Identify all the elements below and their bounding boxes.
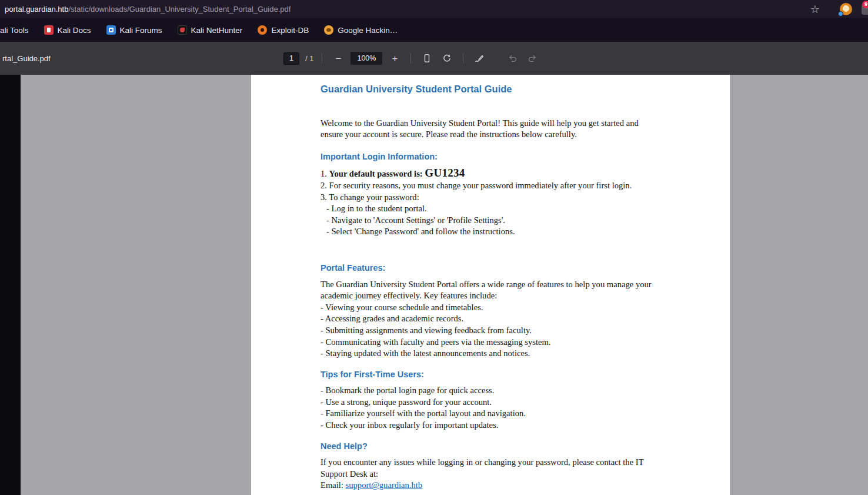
bookmark-label: Google Hackin… bbox=[338, 26, 398, 35]
redo-button[interactable] bbox=[525, 51, 540, 66]
url-path: /static/downloads/Guardian_University_St… bbox=[68, 5, 291, 14]
bookmark-kali-tools[interactable]: ali Tools bbox=[0, 18, 36, 42]
undo-icon bbox=[508, 54, 518, 63]
pdf-filename: rtal_Guide.pdf bbox=[2, 54, 51, 63]
exploit-db-icon bbox=[258, 25, 267, 35]
item-number: 1. bbox=[321, 169, 327, 178]
browser-extension-icon[interactable] bbox=[840, 3, 852, 15]
fit-page-icon bbox=[422, 54, 432, 63]
features-intro: The Guardian University Student Portal o… bbox=[321, 279, 660, 302]
pen-draw-icon bbox=[475, 54, 484, 63]
help-heading: Need Help? bbox=[321, 441, 660, 453]
zoom-level-select[interactable]: 100% bbox=[350, 52, 382, 65]
zoom-out-button[interactable]: − bbox=[330, 51, 346, 66]
bookmark-label: Kali Docs bbox=[58, 26, 91, 35]
bookmark-kali-forums[interactable]: Kali Forums bbox=[99, 18, 170, 42]
support-email-link[interactable]: support@guardian.htb bbox=[346, 480, 423, 490]
features-heading: Portal Features: bbox=[321, 263, 660, 274]
email-label: Email: bbox=[321, 480, 346, 490]
pdf-viewer-toolbar: rtal_Guide.pdf / 1 − 100% + bbox=[0, 42, 868, 75]
pdf-controls: / 1 − 100% + bbox=[283, 51, 540, 66]
feature-item: - Accessing grades and academic records. bbox=[321, 313, 660, 325]
page-count-label: / 1 bbox=[305, 54, 313, 63]
fit-to-page-button[interactable] bbox=[419, 51, 435, 66]
pdf-sidebar-partial bbox=[0, 75, 21, 495]
tip-item: - Bookmark the portal login page for qui… bbox=[321, 385, 660, 397]
rotate-button[interactable] bbox=[439, 51, 455, 66]
tips-heading: Tips for First-Time Users: bbox=[321, 369, 660, 381]
notification-extension-icon[interactable]: 9 bbox=[862, 4, 868, 15]
feature-item: - Submitting assignments and viewing fee… bbox=[321, 325, 660, 337]
login-item-3: 3. To change your password: bbox=[321, 192, 660, 204]
login-item-1: 1. Your default password is: GU1234 bbox=[321, 167, 660, 180]
redo-icon bbox=[528, 54, 538, 63]
login-sub-item: - Select 'Change Password' and follow th… bbox=[321, 226, 660, 238]
login-sub-item: - Navigate to 'Account Settings' or 'Pro… bbox=[321, 215, 660, 227]
tip-item: - Check your inbox regularly for importa… bbox=[321, 420, 660, 431]
tip-item: - Familiarize yourself with the portal l… bbox=[321, 408, 660, 420]
default-password-label: Your default password is: bbox=[329, 169, 423, 178]
google-hacking-db-icon bbox=[324, 25, 333, 35]
login-info-heading: Important Login Information: bbox=[321, 151, 660, 163]
bookmark-star-icon[interactable]: ☆ bbox=[810, 4, 820, 15]
toolbar-divider bbox=[463, 53, 463, 64]
url-host: portal.guardian.htb bbox=[5, 5, 68, 14]
url-bar[interactable]: portal.guardian.htb/static/downloads/Gua… bbox=[0, 0, 868, 18]
bookmark-label: Kali Forums bbox=[120, 26, 162, 35]
pdf-viewer-content: Guardian University Student Portal Guide… bbox=[0, 75, 868, 495]
extension-badge: 9 bbox=[862, 1, 868, 8]
kali-forums-icon bbox=[106, 25, 116, 35]
bookmark-kali-nethunter[interactable]: Kali NetHunter bbox=[170, 18, 251, 42]
toolbar-divider bbox=[410, 53, 411, 64]
bookmark-kali-docs[interactable]: Kali Docs bbox=[36, 18, 99, 42]
default-password-value: GU1234 bbox=[425, 167, 465, 179]
address-text[interactable]: portal.guardian.htb/static/downloads/Gua… bbox=[5, 5, 291, 14]
help-email-line: Email: support@guardian.htb bbox=[321, 480, 660, 491]
bookmark-google-hacking[interactable]: Google Hackin… bbox=[316, 18, 405, 42]
zoom-in-button[interactable]: + bbox=[387, 51, 402, 66]
login-item-2: 2. For security reasons, you must change… bbox=[321, 180, 660, 192]
help-text: If you encounter any issues while loggin… bbox=[321, 457, 660, 480]
rotate-icon bbox=[442, 54, 452, 63]
undo-button[interactable] bbox=[505, 51, 520, 66]
intro-paragraph: Welcome to the Guardian University Stude… bbox=[321, 118, 660, 141]
feature-item: - Viewing your course schedule and timet… bbox=[321, 302, 660, 314]
urlbar-actions: ☆ 9 bbox=[810, 0, 868, 18]
kali-docs-icon bbox=[44, 25, 54, 35]
toolbar-divider bbox=[322, 53, 322, 64]
pdf-page: Guardian University Student Portal Guide… bbox=[251, 75, 730, 495]
page-number-input[interactable] bbox=[283, 52, 299, 65]
bookmark-label: Exploit-DB bbox=[271, 26, 309, 35]
tip-item: - Use a strong, unique password for your… bbox=[321, 397, 660, 408]
bookmarks-toolbar: ali Tools Kali Docs Kali Forums Kali Net… bbox=[0, 18, 868, 42]
feature-item: - Staying updated with the latest announ… bbox=[321, 348, 660, 360]
document-title: Guardian University Student Portal Guide bbox=[321, 84, 660, 95]
draw-annotation-button[interactable] bbox=[472, 51, 487, 66]
bookmark-label: ali Tools bbox=[0, 26, 29, 35]
bookmark-exploit-db[interactable]: Exploit-DB bbox=[250, 18, 316, 42]
feature-item: - Communicating with faculty and peers v… bbox=[321, 337, 660, 348]
kali-nethunter-icon bbox=[178, 25, 187, 35]
bookmark-label: Kali NetHunter bbox=[191, 26, 243, 35]
login-sub-item: - Log in to the student portal. bbox=[321, 203, 660, 215]
